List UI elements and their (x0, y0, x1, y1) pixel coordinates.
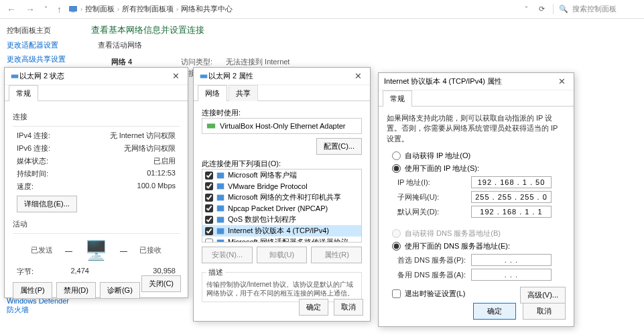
activity-icon: 🖥️ (84, 239, 108, 261)
bytes-sent: 2,474 (70, 267, 89, 277)
section-activity: 活动 (13, 219, 180, 229)
close-icon[interactable]: ✕ (170, 71, 182, 81)
svg-rect-8 (217, 194, 224, 200)
disable-button[interactable]: 禁用(D) (56, 282, 96, 299)
bc-dropdown-icon[interactable]: ˅ (522, 5, 531, 13)
component-icon (216, 182, 225, 191)
description-text: 传输控制协议/Internet 协议。该协议是默认的广域网络协议，用于在不同的相… (206, 280, 357, 297)
diagnose-button[interactable]: 诊断(G) (100, 282, 140, 299)
refresh-icon[interactable]: ⟳ (535, 5, 549, 13)
component-checkbox[interactable] (205, 204, 213, 212)
svg-rect-7 (217, 184, 224, 190)
component-item[interactable]: Microsoft 网络客户端 (202, 170, 361, 181)
bytes-label: 字节: (17, 267, 34, 277)
ipv6-conn-value: 无网络访问权限 (124, 143, 176, 153)
component-checkbox[interactable] (205, 172, 213, 180)
search-box[interactable]: 🔍 搜索控制面板 (553, 4, 640, 14)
validate-checkbox[interactable] (392, 289, 401, 298)
dialog-icon (10, 72, 19, 81)
configure-button[interactable]: 配置(C)... (316, 138, 362, 155)
ipv4-title: Internet 协议版本 4 (TCP/IPv4) 属性 (384, 76, 502, 86)
sidebar-link-adapter[interactable]: 更改适配器设置 (7, 38, 74, 52)
dns1-input[interactable]: . . . (471, 254, 552, 266)
component-item[interactable]: VMware Bridge Protocol (202, 181, 361, 192)
cancel-button[interactable]: 取消 (523, 303, 566, 320)
ok-button[interactable]: 确定 (473, 303, 516, 320)
bc-item-2[interactable]: 网络和共享中心 (181, 4, 233, 14)
advanced-button[interactable]: 高级(V)... (520, 287, 566, 304)
ok-button[interactable]: 确定 (299, 299, 328, 316)
tab-general[interactable]: 常规 (9, 85, 38, 101)
bc-item-1[interactable]: 所有控制面板项 (122, 4, 174, 14)
breadcrumb[interactable]: › 控制面板 › 所有控制面板项 › 网络和共享中心 (68, 4, 518, 14)
sidebar-home[interactable]: 控制面板主页 (7, 25, 74, 36)
sent-label: 已发送 (31, 245, 53, 255)
speed-label: 速度: (17, 182, 34, 192)
component-item[interactable]: Microsoft 网络适配器多路传送器协议 (202, 237, 361, 243)
component-checkbox[interactable] (205, 227, 213, 235)
tab-network[interactable]: 网络 (198, 85, 227, 101)
details-button[interactable]: 详细信息(E)... (17, 196, 77, 212)
component-icon (216, 238, 225, 243)
tab-sharing[interactable]: 共享 (229, 85, 258, 101)
components-listbox[interactable]: Microsoft 网络客户端VMware Bridge ProtocolMic… (202, 169, 362, 243)
tab-general[interactable]: 常规 (383, 90, 412, 107)
component-item[interactable]: QoS 数据包计划程序 (202, 214, 361, 225)
gateway-label: 默认网关(D): (397, 207, 471, 217)
status-title: 以太网 2 状态 (19, 71, 64, 81)
close-button[interactable]: 关闭(C) (141, 275, 181, 292)
radio-auto-dns (392, 229, 401, 238)
dns1-label: 首选 DNS 服务器(P): (397, 255, 471, 265)
ipv4-note: 如果网络支持此功能，则可以获取自动指派的 IP 设置。否则，你需要从网络系统管理… (387, 113, 566, 144)
component-item[interactable]: Microsoft 网络的文件和打印机共享 (202, 192, 361, 203)
dns2-label: 备用 DNS 服务器(A): (397, 270, 471, 280)
uninstall-button[interactable]: 卸载(U) (257, 247, 308, 263)
close-icon[interactable]: ✕ (352, 71, 365, 81)
svg-rect-9 (217, 206, 224, 212)
bc-item-0[interactable]: 控制面板 (85, 4, 115, 14)
component-icon (216, 226, 225, 236)
component-checkbox[interactable] (205, 239, 213, 243)
component-icon (216, 193, 225, 202)
component-label: Internet 协议版本 4 (TCP/IPv4) (228, 226, 329, 236)
gateway-input[interactable]: 192 . 168 . 1 . 1 (471, 206, 552, 218)
ipv4-conn-value: 无 Internet 访问权限 (110, 131, 176, 141)
svg-rect-1 (71, 11, 74, 12)
nav-up-icon[interactable]: ↑ (54, 4, 64, 15)
install-button[interactable]: 安装(N)... (202, 247, 253, 263)
media-value: 已启用 (153, 156, 176, 166)
component-checkbox[interactable] (205, 216, 213, 224)
nav-back-icon[interactable]: ← (4, 4, 19, 15)
nav-fwd-icon[interactable]: → (23, 4, 38, 15)
speed-value: 100.0 Mbps (137, 182, 176, 192)
component-item[interactable]: Internet 协议版本 4 (TCP/IPv4) (202, 225, 361, 237)
prop-title: 以太网 2 属性 (208, 71, 253, 81)
item-properties-button[interactable]: 属性(R) (311, 247, 362, 263)
svg-rect-11 (217, 228, 224, 234)
ethernet-properties-dialog: 以太网 2 属性 ✕ 网络 共享 连接时使用: VirtualBox Host-… (193, 67, 371, 322)
radio-manual-ip[interactable] (392, 164, 401, 173)
radio-auto-ip[interactable] (392, 151, 401, 160)
radio-manual-dns[interactable] (392, 242, 401, 251)
component-item[interactable]: Npcap Packet Driver (NPCAP) (202, 203, 361, 214)
component-icon (216, 171, 225, 180)
component-checkbox[interactable] (205, 194, 213, 202)
radio-auto-dns-label: 自动获得 DNS 服务器地址(B) (405, 228, 501, 239)
subnet-mask-input[interactable]: 255 . 255 . 255 . 0 (471, 191, 552, 203)
ipv4-properties-dialog: Internet 协议版本 4 (TCP/IPv4) 属性 ✕ 常规 如果网络支… (378, 72, 574, 327)
component-label: VMware Bridge Protocol (228, 182, 308, 190)
ip-address-input[interactable]: 192 . 168 . 1 . 50 (471, 176, 552, 188)
sidebar-link-sharing[interactable]: 更改高级共享设置 (7, 52, 74, 66)
ipv4-conn-label: IPv4 连接: (17, 131, 50, 141)
activity-sep2: — (120, 247, 127, 255)
activity-sep: — (65, 247, 72, 255)
properties-button[interactable]: 属性(P) (13, 282, 52, 299)
recv-label: 已接收 (139, 245, 162, 255)
component-checkbox[interactable] (205, 182, 213, 190)
dns2-input[interactable]: . . . (471, 269, 552, 281)
nav-history-icon[interactable]: ˅ (42, 5, 50, 13)
radio-manual-ip-label: 使用下面的 IP 地址(S): (405, 163, 479, 174)
cancel-button[interactable]: 取消 (334, 299, 363, 316)
svg-rect-3 (11, 74, 19, 78)
close-icon[interactable]: ✕ (556, 76, 568, 86)
